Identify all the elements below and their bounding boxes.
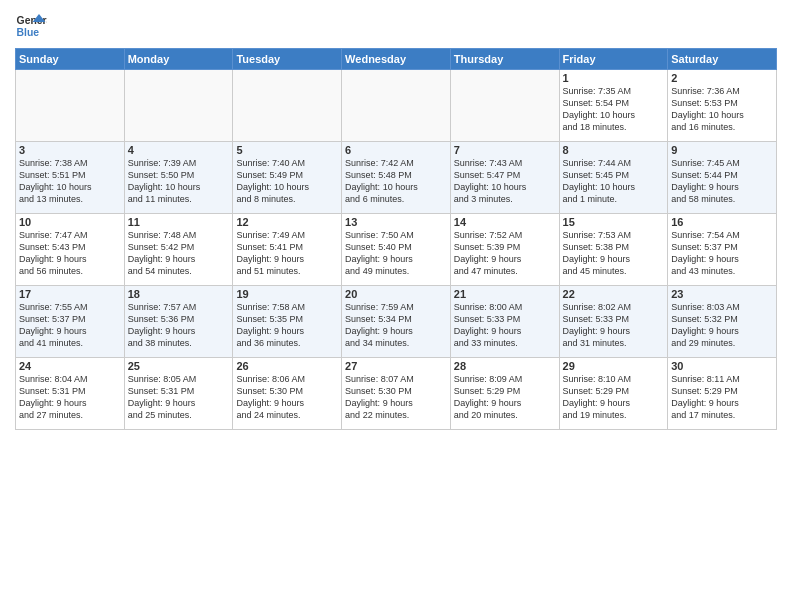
calendar-cell: 30Sunrise: 8:11 AM Sunset: 5:29 PM Dayli… xyxy=(668,358,777,430)
day-detail: Sunrise: 7:59 AM Sunset: 5:34 PM Dayligh… xyxy=(345,301,447,350)
day-detail: Sunrise: 8:04 AM Sunset: 5:31 PM Dayligh… xyxy=(19,373,121,422)
day-detail: Sunrise: 7:35 AM Sunset: 5:54 PM Dayligh… xyxy=(563,85,665,134)
day-detail: Sunrise: 8:06 AM Sunset: 5:30 PM Dayligh… xyxy=(236,373,338,422)
week-row-4: 17Sunrise: 7:55 AM Sunset: 5:37 PM Dayli… xyxy=(16,286,777,358)
day-number: 16 xyxy=(671,216,773,228)
day-detail: Sunrise: 7:57 AM Sunset: 5:36 PM Dayligh… xyxy=(128,301,230,350)
day-detail: Sunrise: 8:03 AM Sunset: 5:32 PM Dayligh… xyxy=(671,301,773,350)
calendar-cell: 4Sunrise: 7:39 AM Sunset: 5:50 PM Daylig… xyxy=(124,142,233,214)
day-detail: Sunrise: 7:48 AM Sunset: 5:42 PM Dayligh… xyxy=(128,229,230,278)
day-number: 11 xyxy=(128,216,230,228)
calendar-cell: 3Sunrise: 7:38 AM Sunset: 5:51 PM Daylig… xyxy=(16,142,125,214)
calendar-cell: 22Sunrise: 8:02 AM Sunset: 5:33 PM Dayli… xyxy=(559,286,668,358)
weekday-header-tuesday: Tuesday xyxy=(233,49,342,70)
calendar-cell: 1Sunrise: 7:35 AM Sunset: 5:54 PM Daylig… xyxy=(559,70,668,142)
calendar-cell: 2Sunrise: 7:36 AM Sunset: 5:53 PM Daylig… xyxy=(668,70,777,142)
week-row-2: 3Sunrise: 7:38 AM Sunset: 5:51 PM Daylig… xyxy=(16,142,777,214)
calendar-cell: 15Sunrise: 7:53 AM Sunset: 5:38 PM Dayli… xyxy=(559,214,668,286)
day-number: 24 xyxy=(19,360,121,372)
day-number: 9 xyxy=(671,144,773,156)
logo-icon: General Blue xyxy=(15,10,47,42)
calendar-cell: 18Sunrise: 7:57 AM Sunset: 5:36 PM Dayli… xyxy=(124,286,233,358)
day-number: 17 xyxy=(19,288,121,300)
day-detail: Sunrise: 7:55 AM Sunset: 5:37 PM Dayligh… xyxy=(19,301,121,350)
calendar-cell xyxy=(450,70,559,142)
day-detail: Sunrise: 7:44 AM Sunset: 5:45 PM Dayligh… xyxy=(563,157,665,206)
week-row-3: 10Sunrise: 7:47 AM Sunset: 5:43 PM Dayli… xyxy=(16,214,777,286)
header: General Blue xyxy=(15,10,777,42)
calendar-cell: 6Sunrise: 7:42 AM Sunset: 5:48 PM Daylig… xyxy=(342,142,451,214)
weekday-header-wednesday: Wednesday xyxy=(342,49,451,70)
day-detail: Sunrise: 7:42 AM Sunset: 5:48 PM Dayligh… xyxy=(345,157,447,206)
calendar-cell xyxy=(342,70,451,142)
calendar-cell: 23Sunrise: 8:03 AM Sunset: 5:32 PM Dayli… xyxy=(668,286,777,358)
day-number: 1 xyxy=(563,72,665,84)
calendar-cell: 24Sunrise: 8:04 AM Sunset: 5:31 PM Dayli… xyxy=(16,358,125,430)
day-number: 25 xyxy=(128,360,230,372)
day-detail: Sunrise: 8:05 AM Sunset: 5:31 PM Dayligh… xyxy=(128,373,230,422)
calendar-cell: 29Sunrise: 8:10 AM Sunset: 5:29 PM Dayli… xyxy=(559,358,668,430)
day-number: 12 xyxy=(236,216,338,228)
calendar-cell: 13Sunrise: 7:50 AM Sunset: 5:40 PM Dayli… xyxy=(342,214,451,286)
calendar-cell: 10Sunrise: 7:47 AM Sunset: 5:43 PM Dayli… xyxy=(16,214,125,286)
day-number: 26 xyxy=(236,360,338,372)
page: General Blue SundayMondayTuesdayWednesda… xyxy=(0,0,792,612)
calendar-cell: 14Sunrise: 7:52 AM Sunset: 5:39 PM Dayli… xyxy=(450,214,559,286)
calendar-cell xyxy=(124,70,233,142)
calendar-cell: 8Sunrise: 7:44 AM Sunset: 5:45 PM Daylig… xyxy=(559,142,668,214)
calendar-cell xyxy=(233,70,342,142)
weekday-header-row: SundayMondayTuesdayWednesdayThursdayFrid… xyxy=(16,49,777,70)
calendar-cell: 5Sunrise: 7:40 AM Sunset: 5:49 PM Daylig… xyxy=(233,142,342,214)
calendar-cell: 25Sunrise: 8:05 AM Sunset: 5:31 PM Dayli… xyxy=(124,358,233,430)
calendar-cell: 27Sunrise: 8:07 AM Sunset: 5:30 PM Dayli… xyxy=(342,358,451,430)
calendar-cell: 7Sunrise: 7:43 AM Sunset: 5:47 PM Daylig… xyxy=(450,142,559,214)
calendar-cell: 26Sunrise: 8:06 AM Sunset: 5:30 PM Dayli… xyxy=(233,358,342,430)
day-detail: Sunrise: 8:10 AM Sunset: 5:29 PM Dayligh… xyxy=(563,373,665,422)
calendar-cell: 17Sunrise: 7:55 AM Sunset: 5:37 PM Dayli… xyxy=(16,286,125,358)
day-number: 6 xyxy=(345,144,447,156)
calendar-cell: 21Sunrise: 8:00 AM Sunset: 5:33 PM Dayli… xyxy=(450,286,559,358)
day-number: 29 xyxy=(563,360,665,372)
week-row-1: 1Sunrise: 7:35 AM Sunset: 5:54 PM Daylig… xyxy=(16,70,777,142)
day-detail: Sunrise: 8:09 AM Sunset: 5:29 PM Dayligh… xyxy=(454,373,556,422)
day-detail: Sunrise: 7:38 AM Sunset: 5:51 PM Dayligh… xyxy=(19,157,121,206)
day-number: 19 xyxy=(236,288,338,300)
day-number: 23 xyxy=(671,288,773,300)
week-row-5: 24Sunrise: 8:04 AM Sunset: 5:31 PM Dayli… xyxy=(16,358,777,430)
weekday-header-friday: Friday xyxy=(559,49,668,70)
day-number: 8 xyxy=(563,144,665,156)
weekday-header-sunday: Sunday xyxy=(16,49,125,70)
day-detail: Sunrise: 7:36 AM Sunset: 5:53 PM Dayligh… xyxy=(671,85,773,134)
day-detail: Sunrise: 7:49 AM Sunset: 5:41 PM Dayligh… xyxy=(236,229,338,278)
day-number: 10 xyxy=(19,216,121,228)
day-number: 28 xyxy=(454,360,556,372)
calendar-cell: 28Sunrise: 8:09 AM Sunset: 5:29 PM Dayli… xyxy=(450,358,559,430)
weekday-header-saturday: Saturday xyxy=(668,49,777,70)
day-number: 30 xyxy=(671,360,773,372)
day-detail: Sunrise: 7:39 AM Sunset: 5:50 PM Dayligh… xyxy=(128,157,230,206)
calendar: SundayMondayTuesdayWednesdayThursdayFrid… xyxy=(15,48,777,430)
day-detail: Sunrise: 7:47 AM Sunset: 5:43 PM Dayligh… xyxy=(19,229,121,278)
calendar-cell: 9Sunrise: 7:45 AM Sunset: 5:44 PM Daylig… xyxy=(668,142,777,214)
day-number: 4 xyxy=(128,144,230,156)
calendar-cell: 19Sunrise: 7:58 AM Sunset: 5:35 PM Dayli… xyxy=(233,286,342,358)
day-number: 18 xyxy=(128,288,230,300)
day-number: 27 xyxy=(345,360,447,372)
day-number: 5 xyxy=(236,144,338,156)
calendar-cell xyxy=(16,70,125,142)
day-detail: Sunrise: 7:52 AM Sunset: 5:39 PM Dayligh… xyxy=(454,229,556,278)
day-detail: Sunrise: 8:11 AM Sunset: 5:29 PM Dayligh… xyxy=(671,373,773,422)
day-detail: Sunrise: 7:50 AM Sunset: 5:40 PM Dayligh… xyxy=(345,229,447,278)
calendar-cell: 12Sunrise: 7:49 AM Sunset: 5:41 PM Dayli… xyxy=(233,214,342,286)
day-number: 7 xyxy=(454,144,556,156)
day-detail: Sunrise: 7:45 AM Sunset: 5:44 PM Dayligh… xyxy=(671,157,773,206)
day-detail: Sunrise: 7:43 AM Sunset: 5:47 PM Dayligh… xyxy=(454,157,556,206)
calendar-cell: 20Sunrise: 7:59 AM Sunset: 5:34 PM Dayli… xyxy=(342,286,451,358)
day-number: 20 xyxy=(345,288,447,300)
day-number: 13 xyxy=(345,216,447,228)
day-number: 21 xyxy=(454,288,556,300)
day-detail: Sunrise: 7:53 AM Sunset: 5:38 PM Dayligh… xyxy=(563,229,665,278)
day-number: 14 xyxy=(454,216,556,228)
day-detail: Sunrise: 7:40 AM Sunset: 5:49 PM Dayligh… xyxy=(236,157,338,206)
calendar-cell: 11Sunrise: 7:48 AM Sunset: 5:42 PM Dayli… xyxy=(124,214,233,286)
